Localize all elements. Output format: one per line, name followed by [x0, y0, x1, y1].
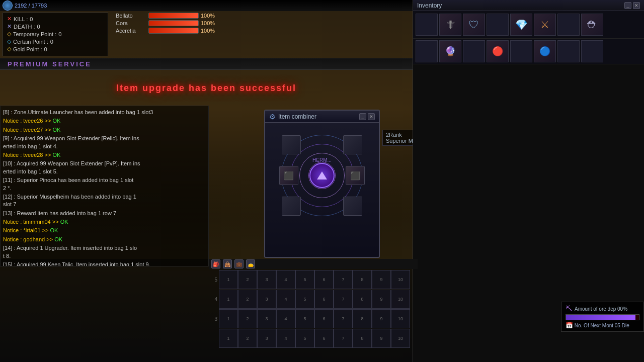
inv-slot[interactable]: 10 [391, 290, 410, 309]
inv-item-slot[interactable] [557, 14, 580, 36]
inv-slot[interactable]: 8 [353, 329, 372, 348]
ore-icon: ⛏ [566, 305, 573, 313]
inv-slot[interactable]: 10 [391, 270, 410, 289]
item-icon: 🔮 [440, 41, 461, 62]
inv-slot[interactable]: 5 [295, 290, 314, 309]
inv-slot[interactable]: 6 [314, 290, 334, 309]
gold-point-stat: ◇ Gold Point : 0 [7, 46, 104, 52]
grid-row-3: 3 1 2 3 4 5 6 7 8 9 10 [210, 309, 417, 328]
inv-item-slot[interactable] [510, 40, 532, 62]
inv-slot[interactable]: 7 [334, 270, 353, 289]
inv-slot[interactable]: 2 [238, 270, 257, 289]
combine-slot-mr[interactable]: ⬛ [346, 166, 365, 185]
stats-panel: ✕ KILL : 0 ✕ DEATH : 0 ◇ Temporary Point… [3, 13, 108, 56]
combiner-circle: ⬛ ⬛ HERM... [277, 130, 367, 221]
inv-slot[interactable]: 7 [334, 309, 353, 328]
inv-item-slot[interactable] [581, 40, 603, 62]
item-icon: 🔵 [534, 41, 555, 62]
item-icon: 🔴 [487, 41, 508, 62]
inv-close-button[interactable]: ✕ [633, 2, 640, 9]
inv-slot[interactable]: 3 [257, 309, 276, 328]
inv-slot[interactable]: 2 [238, 290, 257, 309]
exp-numbers: 2192 / 17793 [15, 3, 47, 9]
inv-slot[interactable]: 4 [276, 329, 295, 348]
inv-item-slot[interactable]: 🔴 [487, 40, 509, 62]
combine-slot-tl[interactable] [282, 135, 301, 154]
inv-slot[interactable]: 6 [314, 309, 334, 328]
slot-item [344, 136, 362, 154]
inv-slot[interactable]: 9 [372, 290, 391, 309]
inv-slot[interactable]: 1 [219, 329, 238, 348]
inv-item-slot[interactable]: 🛡 [463, 14, 485, 36]
slot-item: ⬛ [346, 166, 364, 185]
inv-item-slot[interactable] [463, 40, 485, 62]
bag-icon-1[interactable]: 🎒 [211, 259, 220, 268]
inv-grid-top: 🗡 🛡 💎 ⚔ ⛑ [413, 11, 644, 39]
bag-icon-4[interactable]: 👝 [246, 259, 255, 268]
inv-slot[interactable]: 9 [372, 270, 391, 289]
item-icon-weapon: ⚔ [534, 14, 555, 35]
inv-item-slot[interactable] [416, 14, 438, 36]
inv-item-slot[interactable] [416, 40, 438, 62]
inv-item-slot[interactable]: ⛑ [581, 14, 603, 36]
combine-slot-ml[interactable]: ⬛ [279, 166, 298, 185]
inv-slot[interactable]: 4 [276, 309, 295, 328]
combine-button[interactable] [309, 163, 335, 188]
inv-slot[interactable]: 10 [391, 309, 410, 328]
combine-slot-br[interactable] [343, 197, 362, 216]
kill-stat: ✕ KILL : 0 [7, 16, 104, 22]
inv-slot[interactable]: 3 [257, 270, 276, 289]
inv-slot[interactable]: 7 [334, 329, 353, 348]
combine-slot-tr[interactable] [343, 135, 362, 154]
inv-slot[interactable]: 8 [353, 270, 372, 289]
inv-slot[interactable]: 4 [276, 270, 295, 289]
inv-slot[interactable]: 7 [334, 290, 353, 309]
inv-slot[interactable]: 9 [372, 309, 391, 328]
inv-slot[interactable]: 8 [353, 290, 372, 309]
certain-point-stat: ◇ Certain Point : 0 [7, 38, 104, 45]
temp-icon: ◇ [7, 31, 11, 37]
inv-slot[interactable]: 3 [257, 329, 276, 348]
top-bar: 2192 / 17793 [0, 0, 413, 11]
inventory-header: Inventory _ ✕ [413, 0, 644, 11]
bag-icon-2[interactable]: 👜 [223, 259, 232, 268]
item-icon-helm: ⛑ [582, 14, 603, 35]
inv-slot[interactable]: 1 [219, 270, 238, 289]
combiner-title-bar[interactable]: ⚙ Item combiner _ ✕ [265, 111, 379, 123]
temp-point-stat: ◇ Temporary Point : 0 [7, 31, 104, 37]
inv-slot[interactable]: 4 [276, 290, 295, 309]
window-controls: _ ✕ [359, 113, 375, 120]
bag-icon-3[interactable]: 💼 [234, 259, 244, 268]
certain-icon: ◇ [7, 38, 11, 45]
death-stat: ✕ DEATH : 0 [7, 23, 104, 30]
inv-item-slot[interactable] [487, 14, 509, 36]
inv-slot[interactable]: 1 [219, 290, 238, 309]
combiner-body: ⬛ ⬛ HERM... [265, 123, 379, 228]
inv-minimize-button[interactable]: _ [624, 2, 631, 9]
minimize-button[interactable]: _ [359, 113, 366, 120]
inv-item-slot[interactable]: 🔵 [534, 40, 556, 62]
inv-slot[interactable]: 1 [219, 309, 238, 328]
inv-slot[interactable]: 9 [372, 329, 391, 348]
ore-bar [566, 314, 639, 320]
inv-item-slot[interactable]: 💎 [510, 14, 532, 36]
combine-slot-bl[interactable] [282, 197, 301, 216]
inv-slot[interactable]: 5 [295, 270, 314, 289]
inv-item-slot[interactable] [557, 40, 580, 62]
inv-slot[interactable]: 6 [314, 329, 334, 348]
inv-slot[interactable]: 6 [314, 270, 334, 289]
inv-slot[interactable]: 8 [353, 309, 372, 328]
close-button[interactable]: ✕ [368, 113, 375, 120]
inv-item-slot[interactable]: 🗡 [439, 14, 461, 36]
premium-banner: PREMIUM SERVICE [0, 58, 413, 70]
inv-item-slot[interactable]: 🔮 [439, 40, 461, 62]
chat-notice: Notice : *irtal01 >> OK [3, 227, 206, 234]
inv-slot[interactable]: 2 [238, 309, 257, 328]
inv-slot[interactable]: 5 [295, 329, 314, 348]
inv-slot[interactable]: 2 [238, 329, 257, 348]
inv-slot[interactable]: 5 [295, 309, 314, 328]
inv-slot[interactable]: 10 [391, 329, 410, 348]
inv-item-slot[interactable]: ⚔ [534, 14, 556, 36]
triangle-icon [317, 171, 327, 179]
inv-slot[interactable]: 3 [257, 290, 276, 309]
